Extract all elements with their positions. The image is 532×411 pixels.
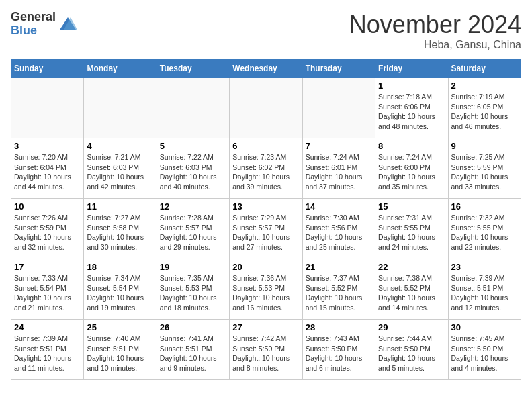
day-number: 20 xyxy=(232,262,299,272)
day-info: Sunrise: 7:21 AMSunset: 6:03 PMDaylight:… xyxy=(87,152,153,192)
weekday-header-thursday: Thursday xyxy=(302,60,375,78)
logo-general-text: General xyxy=(11,11,56,24)
day-number: 4 xyxy=(87,141,153,151)
weekday-header-saturday: Saturday xyxy=(448,60,521,78)
week-row-3: 10Sunrise: 7:26 AMSunset: 5:59 PMDayligh… xyxy=(11,199,521,259)
day-cell: 21Sunrise: 7:37 AMSunset: 5:52 PMDayligh… xyxy=(302,259,375,320)
day-cell: 7Sunrise: 7:24 AMSunset: 6:01 PMDaylight… xyxy=(302,138,375,199)
day-info: Sunrise: 7:37 AMSunset: 5:52 PMDaylight:… xyxy=(306,273,372,313)
day-number: 27 xyxy=(232,322,299,332)
day-number: 2 xyxy=(451,81,518,91)
day-cell xyxy=(84,78,157,138)
day-number: 16 xyxy=(451,201,518,212)
day-info: Sunrise: 7:32 AMSunset: 5:55 PMDaylight:… xyxy=(451,213,518,253)
day-info: Sunrise: 7:43 AMSunset: 5:50 PMDaylight:… xyxy=(306,334,372,373)
day-info: Sunrise: 7:19 AMSunset: 6:05 PMDaylight:… xyxy=(451,92,518,132)
week-row-4: 17Sunrise: 7:33 AMSunset: 5:54 PMDayligh… xyxy=(11,259,521,320)
day-cell xyxy=(302,78,375,138)
day-cell: 30Sunrise: 7:45 AMSunset: 5:50 PMDayligh… xyxy=(448,320,521,380)
day-info: Sunrise: 7:40 AMSunset: 5:51 PMDaylight:… xyxy=(87,334,153,373)
weekday-header-tuesday: Tuesday xyxy=(157,60,229,78)
weekday-header-row: SundayMondayTuesdayWednesdayThursdayFrid… xyxy=(11,60,521,78)
day-info: Sunrise: 7:34 AMSunset: 5:54 PMDaylight:… xyxy=(87,273,153,313)
day-cell: 27Sunrise: 7:42 AMSunset: 5:50 PMDayligh… xyxy=(230,320,302,380)
day-cell: 10Sunrise: 7:26 AMSunset: 5:59 PMDayligh… xyxy=(11,199,84,259)
day-cell: 13Sunrise: 7:29 AMSunset: 5:57 PMDayligh… xyxy=(230,199,302,259)
day-cell: 2Sunrise: 7:19 AMSunset: 6:05 PMDaylight… xyxy=(448,78,521,138)
day-info: Sunrise: 7:30 AMSunset: 5:56 PMDaylight:… xyxy=(306,213,372,253)
day-cell: 24Sunrise: 7:39 AMSunset: 5:51 PMDayligh… xyxy=(11,320,84,380)
day-number: 24 xyxy=(14,322,81,332)
day-info: Sunrise: 7:28 AMSunset: 5:57 PMDaylight:… xyxy=(160,213,226,253)
day-cell: 14Sunrise: 7:30 AMSunset: 5:56 PMDayligh… xyxy=(302,199,375,259)
logo-icon xyxy=(58,15,77,34)
day-number: 6 xyxy=(232,141,299,151)
day-number: 22 xyxy=(378,262,445,272)
day-number: 17 xyxy=(14,262,81,272)
day-number: 3 xyxy=(14,141,81,151)
page-header: General Blue November 2024 Heba, Gansu, … xyxy=(11,11,521,51)
day-info: Sunrise: 7:27 AMSunset: 5:58 PMDaylight:… xyxy=(87,213,153,253)
day-info: Sunrise: 7:31 AMSunset: 5:55 PMDaylight:… xyxy=(378,213,445,253)
day-cell: 28Sunrise: 7:43 AMSunset: 5:50 PMDayligh… xyxy=(302,320,375,380)
week-row-5: 24Sunrise: 7:39 AMSunset: 5:51 PMDayligh… xyxy=(11,320,521,380)
location-title: Heba, Gansu, China xyxy=(349,39,521,51)
day-cell: 6Sunrise: 7:23 AMSunset: 6:02 PMDaylight… xyxy=(230,138,302,199)
day-number: 7 xyxy=(306,141,372,151)
day-info: Sunrise: 7:24 AMSunset: 6:01 PMDaylight:… xyxy=(306,152,372,192)
day-number: 21 xyxy=(306,262,372,272)
day-cell: 29Sunrise: 7:44 AMSunset: 5:50 PMDayligh… xyxy=(375,320,448,380)
day-cell: 19Sunrise: 7:35 AMSunset: 5:53 PMDayligh… xyxy=(157,259,229,320)
day-info: Sunrise: 7:29 AMSunset: 5:57 PMDaylight:… xyxy=(232,213,299,253)
day-number: 11 xyxy=(87,201,153,212)
day-cell: 25Sunrise: 7:40 AMSunset: 5:51 PMDayligh… xyxy=(84,320,157,380)
day-cell: 11Sunrise: 7:27 AMSunset: 5:58 PMDayligh… xyxy=(84,199,157,259)
week-row-1: 1Sunrise: 7:18 AMSunset: 6:06 PMDaylight… xyxy=(11,78,521,138)
day-info: Sunrise: 7:35 AMSunset: 5:53 PMDaylight:… xyxy=(160,273,226,313)
day-info: Sunrise: 7:22 AMSunset: 6:03 PMDaylight:… xyxy=(160,152,226,192)
weekday-header-wednesday: Wednesday xyxy=(230,60,302,78)
day-info: Sunrise: 7:26 AMSunset: 5:59 PMDaylight:… xyxy=(14,213,81,253)
day-cell: 5Sunrise: 7:22 AMSunset: 6:03 PMDaylight… xyxy=(157,138,229,199)
day-number: 23 xyxy=(451,262,518,272)
day-info: Sunrise: 7:25 AMSunset: 5:59 PMDaylight:… xyxy=(451,152,518,192)
day-number: 14 xyxy=(306,201,372,212)
day-info: Sunrise: 7:20 AMSunset: 6:04 PMDaylight:… xyxy=(14,152,81,192)
day-info: Sunrise: 7:39 AMSunset: 5:51 PMDaylight:… xyxy=(451,273,518,313)
weekday-header-sunday: Sunday xyxy=(11,60,84,78)
day-info: Sunrise: 7:41 AMSunset: 5:51 PMDaylight:… xyxy=(160,334,226,373)
day-cell xyxy=(157,78,229,138)
title-block: November 2024 Heba, Gansu, China xyxy=(349,11,521,51)
day-info: Sunrise: 7:24 AMSunset: 6:00 PMDaylight:… xyxy=(378,152,445,192)
day-info: Sunrise: 7:33 AMSunset: 5:54 PMDaylight:… xyxy=(14,273,81,313)
day-cell: 4Sunrise: 7:21 AMSunset: 6:03 PMDaylight… xyxy=(84,138,157,199)
day-number: 13 xyxy=(232,201,299,212)
month-title: November 2024 xyxy=(349,11,521,39)
week-row-2: 3Sunrise: 7:20 AMSunset: 6:04 PMDaylight… xyxy=(11,138,521,199)
logo: General Blue xyxy=(11,11,77,38)
weekday-header-monday: Monday xyxy=(84,60,157,78)
day-number: 9 xyxy=(451,141,518,151)
day-number: 12 xyxy=(160,201,226,212)
day-number: 10 xyxy=(14,201,81,212)
day-cell: 1Sunrise: 7:18 AMSunset: 6:06 PMDaylight… xyxy=(375,78,448,138)
day-number: 5 xyxy=(160,141,226,151)
day-cell: 8Sunrise: 7:24 AMSunset: 6:00 PMDaylight… xyxy=(375,138,448,199)
day-info: Sunrise: 7:36 AMSunset: 5:53 PMDaylight:… xyxy=(232,273,299,313)
day-number: 1 xyxy=(378,81,445,91)
day-info: Sunrise: 7:42 AMSunset: 5:50 PMDaylight:… xyxy=(232,334,299,373)
day-cell: 26Sunrise: 7:41 AMSunset: 5:51 PMDayligh… xyxy=(157,320,229,380)
day-cell: 17Sunrise: 7:33 AMSunset: 5:54 PMDayligh… xyxy=(11,259,84,320)
day-info: Sunrise: 7:45 AMSunset: 5:50 PMDaylight:… xyxy=(451,334,518,373)
day-number: 15 xyxy=(378,201,445,212)
day-info: Sunrise: 7:23 AMSunset: 6:02 PMDaylight:… xyxy=(232,152,299,192)
day-number: 8 xyxy=(378,141,445,151)
day-info: Sunrise: 7:44 AMSunset: 5:50 PMDaylight:… xyxy=(378,334,445,373)
day-cell xyxy=(230,78,302,138)
day-cell: 15Sunrise: 7:31 AMSunset: 5:55 PMDayligh… xyxy=(375,199,448,259)
day-cell: 20Sunrise: 7:36 AMSunset: 5:53 PMDayligh… xyxy=(230,259,302,320)
day-cell: 16Sunrise: 7:32 AMSunset: 5:55 PMDayligh… xyxy=(448,199,521,259)
day-number: 26 xyxy=(160,322,226,332)
day-cell: 3Sunrise: 7:20 AMSunset: 6:04 PMDaylight… xyxy=(11,138,84,199)
weekday-header-friday: Friday xyxy=(375,60,448,78)
